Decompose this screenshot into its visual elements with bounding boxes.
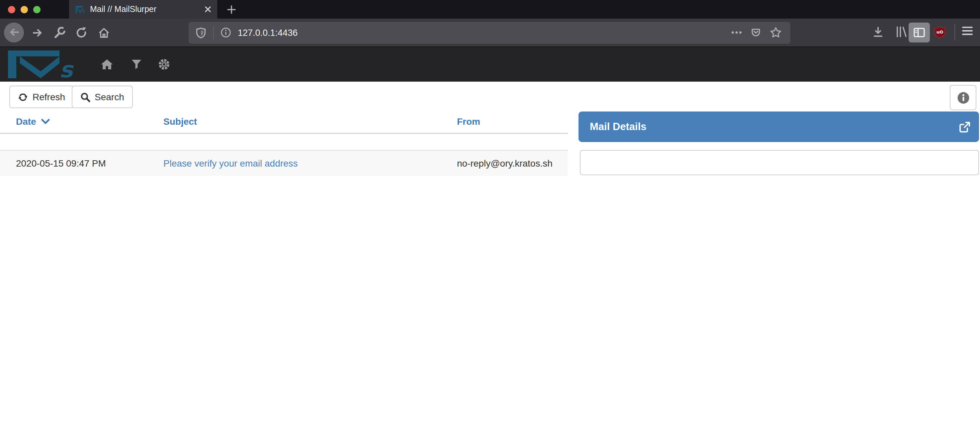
subject-link[interactable]: Please verify your email address: [163, 157, 298, 168]
app-filter-button[interactable]: [130, 59, 142, 70]
pocket-icon: [751, 27, 761, 38]
sort-chevron-down-icon: [41, 119, 50, 125]
library-icon: [895, 25, 908, 38]
urlbar-separator: [213, 26, 214, 39]
app-home-button[interactable]: [101, 59, 113, 70]
back-button[interactable]: [4, 22, 24, 42]
library-button[interactable]: [895, 25, 908, 38]
reload-button[interactable]: [75, 26, 88, 39]
ellipsis-icon: [731, 30, 742, 35]
search-icon: [80, 92, 90, 102]
tracking-shield-icon[interactable]: [195, 27, 207, 38]
subject-header-label: Subject: [163, 111, 197, 133]
downloads-button[interactable]: [872, 25, 884, 38]
cell-from: no-reply@ory.kratos.sh: [457, 150, 553, 176]
search-label: Search: [95, 92, 124, 102]
mail-details-header: Mail Details: [578, 111, 979, 142]
table-row[interactable]: 2020-05-15 09:47 PM Please verify your e…: [0, 150, 568, 176]
from-header-label: From: [457, 111, 480, 133]
refresh-button[interactable]: Refresh: [9, 86, 74, 108]
mailslurper-header: [0, 47, 980, 81]
back-arrow-icon: [8, 26, 20, 38]
new-tab-button[interactable]: [224, 3, 238, 16]
mailslurper-logo: [8, 50, 81, 78]
window-close-button[interactable]: [8, 6, 15, 13]
tab-close-icon[interactable]: [204, 6, 211, 13]
menu-button[interactable]: [962, 25, 973, 35]
open-in-new-window-button[interactable]: [958, 121, 971, 133]
ublock-glyph: uO: [937, 29, 943, 34]
star-icon: [770, 27, 782, 38]
mail-details-title: Mail Details: [590, 111, 647, 142]
reload-icon: [75, 26, 88, 39]
refresh-icon: [18, 92, 28, 102]
app-home-icon: [101, 59, 113, 70]
browser-tab[interactable]: Mail // MailSlurper: [69, 0, 217, 19]
sidebar-button[interactable]: [908, 22, 930, 42]
url-text[interactable]: 127.0.0.1:4436: [238, 27, 731, 38]
info-button[interactable]: [950, 85, 976, 110]
cell-date: 2020-05-15 09:47 PM: [16, 150, 106, 176]
hamburger-icon: [962, 25, 973, 35]
refresh-label: Refresh: [33, 92, 65, 102]
site-info-icon[interactable]: [221, 27, 231, 38]
page-actions-button[interactable]: [731, 30, 742, 35]
column-header-from[interactable]: From: [457, 111, 480, 133]
column-header-subject[interactable]: Subject: [163, 111, 197, 133]
bookmark-star-button[interactable]: [770, 27, 782, 38]
ublock-extension-button[interactable]: uO: [934, 25, 946, 38]
external-link-icon: [958, 121, 971, 133]
gear-icon: [158, 59, 170, 70]
browser-toolbar: 127.0.0.1:4436 uO: [0, 19, 980, 47]
browser-window: s Mail // MailSlurper: [0, 0, 980, 440]
filter-icon: [131, 59, 141, 70]
download-icon: [872, 25, 884, 38]
toolbar-separator: [955, 24, 955, 40]
info-icon: [957, 91, 969, 104]
pocket-button[interactable]: [751, 27, 761, 38]
table-row-empty: [0, 134, 568, 150]
mail-table-header: Date Subject From: [0, 111, 568, 133]
mail-details-body: [579, 150, 979, 175]
tab-title: Mail // MailSlurper: [90, 5, 200, 14]
forward-button[interactable]: [31, 26, 44, 39]
forward-arrow-icon: [31, 26, 44, 39]
tab-bar: Mail // MailSlurper: [0, 0, 980, 19]
home-button[interactable]: [98, 26, 110, 39]
main-content: Refresh Search Date Subject From 2020-05…: [0, 81, 980, 440]
address-bar[interactable]: 127.0.0.1:4436: [189, 22, 791, 43]
home-icon: [98, 26, 110, 39]
sidebar-icon: [913, 27, 925, 38]
plus-icon: [227, 5, 235, 14]
mailslurper-favicon-icon: [75, 6, 85, 13]
window-minimize-button[interactable]: [21, 6, 28, 13]
column-header-date[interactable]: Date: [16, 111, 50, 133]
wrench-icon: [53, 26, 66, 39]
app-settings-button[interactable]: [158, 59, 170, 70]
tools-button[interactable]: [53, 26, 66, 39]
ublock-shield-icon: uO: [934, 25, 946, 38]
window-zoom-button[interactable]: [33, 6, 40, 13]
search-button[interactable]: Search: [72, 86, 133, 108]
date-header-label: Date: [16, 111, 36, 133]
